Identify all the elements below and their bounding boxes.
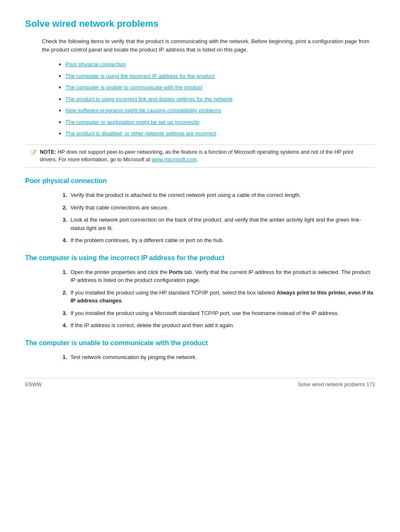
list-number: 3. <box>59 216 67 232</box>
list-text: If the IP address is correct, delete the… <box>70 321 375 330</box>
list-number: 3. <box>59 309 67 318</box>
toc-link-3[interactable]: The computer is unable to communicate wi… <box>65 84 203 90</box>
list-number: 1. <box>59 268 67 284</box>
list-number: 4. <box>59 321 67 330</box>
list-item: 1. Verify that the product is attached t… <box>59 191 375 199</box>
bold-text: Always print to this printer, even if it… <box>70 289 374 304</box>
section-title-unable-communicate: The computer is unable to communicate wi… <box>25 338 375 348</box>
note-text: HP does not support peer-to-peer network… <box>40 149 353 163</box>
list-number: 2. <box>59 204 67 212</box>
list-number: 1. <box>59 191 67 199</box>
note-link[interactable]: www.microsoft.com <box>152 157 197 163</box>
note-content: NOTE: HP does not support peer-to-peer n… <box>40 148 370 164</box>
note-icon: 📝 <box>30 149 36 156</box>
note-box: 📝 NOTE: HP does not support peer-to-peer… <box>25 145 375 168</box>
toc-link-2[interactable]: The computer is using the incorrect IP a… <box>65 73 215 79</box>
toc-list: Poor physical connection The computer is… <box>59 60 375 138</box>
toc-item-6: The computer or workstation might be set… <box>59 118 375 127</box>
toc-item-7: The product is disabled, or other networ… <box>59 129 375 138</box>
bold-text: Ports <box>169 269 183 275</box>
toc-item-2: The computer is using the incorrect IP a… <box>59 72 375 80</box>
note-label: NOTE: <box>40 149 56 155</box>
toc-item-5: New software programs might be causing c… <box>59 106 375 115</box>
list-item: 4. If the problem continues, try a diffe… <box>59 236 375 245</box>
section-title-incorrect-ip: The computer is using the incorrect IP a… <box>25 253 375 263</box>
footer-right: Solve wired network problems 173 <box>298 381 375 388</box>
list-number: 2. <box>59 289 67 305</box>
list-number: 4. <box>59 236 67 245</box>
section-list-2: 1. Open the printer properties and click… <box>59 268 375 330</box>
section-list-1: 1. Verify that the product is attached t… <box>59 191 375 245</box>
list-item: 4. If the IP address is correct, delete … <box>59 321 375 330</box>
section-title-poor-physical-connection: Poor physical connection <box>25 176 375 186</box>
toc-item-4: The product is using incorrect link and … <box>59 95 375 103</box>
list-text: If the problem continues, try a differen… <box>70 236 375 245</box>
list-item: 2. If you installed the product using th… <box>59 289 375 305</box>
toc-link-7[interactable]: The product is disabled, or other networ… <box>65 130 216 137</box>
list-text: Verify that the product is attached to t… <box>70 191 375 199</box>
list-text: Test network communication by pinging th… <box>70 353 375 362</box>
list-number: 1. <box>59 353 67 362</box>
list-item: 1. Open the printer properties and click… <box>59 268 375 284</box>
toc-link-6[interactable]: The computer or workstation might be set… <box>65 119 200 125</box>
intro-text: Check the following items to verify that… <box>42 37 375 54</box>
list-text: Look at the network port connection on t… <box>70 216 375 232</box>
footer-left: ENWW <box>25 381 42 388</box>
toc-item-1: Poor physical connection <box>59 60 375 69</box>
list-text: If you installed the product using a Mic… <box>70 309 375 318</box>
page-title: Solve wired network problems <box>25 17 375 31</box>
list-text: If you installed the product using the H… <box>70 289 375 305</box>
list-item: 2. Verify that cable connections are sec… <box>59 204 375 212</box>
list-item: 3. If you installed the product using a … <box>59 309 375 318</box>
list-text: Open the printer properties and click th… <box>70 268 375 284</box>
toc-link-1[interactable]: Poor physical connection <box>65 61 126 67</box>
toc-link-5[interactable]: New software programs might be causing c… <box>65 107 221 114</box>
section-list-3: 1. Test network communication by pinging… <box>59 353 375 362</box>
toc-item-3: The computer is unable to communicate wi… <box>59 83 375 92</box>
footer: ENWW Solve wired network problems 173 <box>25 378 375 388</box>
list-text: Verify that cable connections are secure… <box>70 204 375 212</box>
list-item: 3. Look at the network port connection o… <box>59 216 375 232</box>
toc-link-4[interactable]: The product is using incorrect link and … <box>65 96 233 102</box>
list-item: 1. Test network communication by pinging… <box>59 353 375 362</box>
